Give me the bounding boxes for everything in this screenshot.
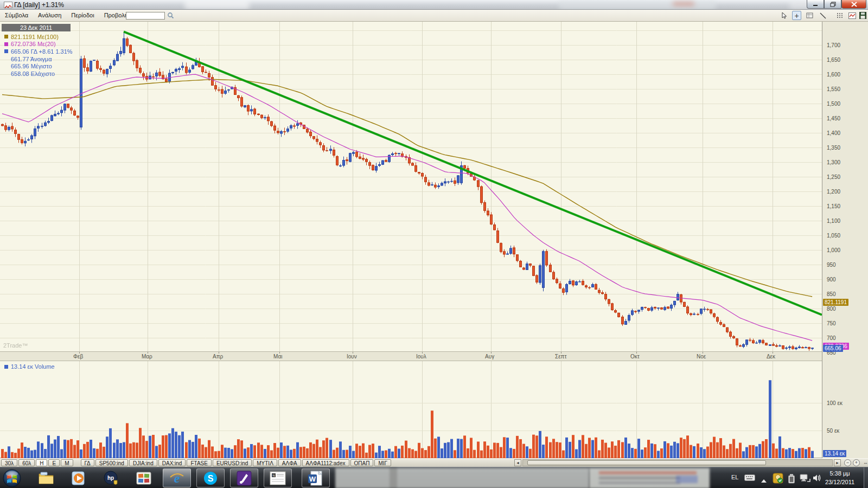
legend-swatch (4, 42, 8, 46)
svg-text:N: N (272, 474, 275, 477)
price-tick-label: 1,400 (827, 130, 840, 136)
menu-item[interactable]: Σύμβολα (0, 10, 33, 22)
symbol-tab[interactable]: ΜΥΤΙΛ (253, 459, 277, 466)
save-icon[interactable] (858, 11, 867, 20)
month-tick (773, 352, 773, 354)
month-label: Ιουν (347, 354, 357, 359)
start-button[interactable] (2, 468, 22, 488)
symbol-search-input[interactable] (126, 12, 165, 20)
menu-item[interactable]: Περίοδοι (66, 10, 99, 22)
scroll-left-button[interactable]: ◄ (514, 459, 521, 466)
window-titlebar[interactable]: ΓΔ [daily] +1.31% (0, 0, 868, 10)
cursor-tool-icon[interactable] (780, 11, 789, 20)
svg-text:hp: hp (107, 475, 114, 481)
tab-list: 30λ60λΗΕΜ ΓΔSP500:indDJIA:indDAX:indFTAS… (1, 459, 391, 466)
word-button[interactable]: W (302, 468, 330, 487)
aero-blur-window (589, 468, 710, 488)
legend-row: 672.0736 Με(20) (4, 41, 73, 48)
symbol-tab[interactable]: ΓΔ (81, 459, 94, 466)
legend-text: 672.0736 Με(20) (11, 41, 56, 47)
legend-text: 661.77 Άνοιγμα (11, 56, 52, 62)
tray-clock[interactable]: 5:38 μμ 23/12/2011 (817, 469, 863, 486)
price-badge: 821.1191 (823, 299, 848, 306)
network-icon[interactable] (800, 474, 810, 485)
price-tick-label: 750 (827, 320, 836, 326)
chart-style-icon[interactable] (847, 11, 857, 20)
price-tick-label: 950 (827, 262, 836, 268)
crosshair-tool-icon[interactable]: + (792, 11, 801, 20)
symbol-tab[interactable]: ΟΠΑΠ (350, 459, 374, 466)
fit-width-button[interactable]: ↔ (861, 459, 868, 466)
legend-row: 665.96 Μέγιστο (4, 62, 73, 70)
dots-tool-icon[interactable] (835, 11, 845, 20)
aero-blur-row (676, 476, 698, 483)
symbol-tab[interactable]: EURUSD:ind (213, 459, 252, 466)
zoom-in-button[interactable]: + (853, 459, 860, 466)
search-icon[interactable] (166, 11, 175, 20)
month-tick (636, 352, 637, 354)
period-tab[interactable]: 30λ (1, 459, 17, 466)
hp-icon[interactable]: hp (103, 470, 119, 486)
candlestick-chart-canvas[interactable] (0, 22, 822, 351)
price-chart-pane[interactable] (0, 22, 822, 351)
period-tab[interactable]: 60λ (18, 459, 35, 466)
symbol-tab[interactable]: DAX:ind (158, 459, 186, 466)
price-axis: 6507007508008509009501,0001,0501,1001,15… (822, 22, 868, 458)
zoom-out-button[interactable]: − (844, 459, 851, 466)
legend-row: 665.06 ΓΔ +8.61 1.31% (4, 48, 73, 55)
volume-tick-label: 50 εκ (827, 428, 839, 434)
minimize-button[interactable] (807, 0, 824, 9)
tab-scrollbar-thumb[interactable] (527, 460, 766, 465)
aero-blur-row (599, 477, 680, 479)
price-tick-label: 1,700 (827, 42, 840, 48)
symbol-tab[interactable]: ΑΛΦΑ (278, 459, 301, 466)
volume-tick-label: 100 εκ (827, 400, 843, 406)
close-button[interactable] (841, 0, 866, 9)
platform-watermark: 2Trade™ (3, 342, 28, 349)
symbol-tab[interactable]: DJIA:ind (129, 459, 157, 466)
tab-scrollbar-track[interactable] (522, 459, 833, 466)
volume-chart-canvas[interactable] (0, 361, 822, 458)
media-player-icon[interactable] (71, 470, 87, 486)
language-indicator[interactable]: EL (731, 474, 738, 480)
skype-button[interactable]: S (196, 468, 225, 487)
volume-legend-swatch (4, 365, 8, 369)
legend-text: 821.1191 Με(100) (11, 34, 59, 40)
price-tick-label: 700 (827, 335, 836, 341)
restore-button[interactable] (824, 0, 841, 9)
period-tab[interactable]: Η (36, 459, 47, 466)
symbol-tab[interactable]: FTASE (187, 459, 211, 466)
price-tick-label: 1,300 (827, 159, 840, 165)
symbol-tab[interactable]: ΜΙΓ (374, 459, 391, 466)
keyboard-icon[interactable] (744, 474, 755, 484)
month-label: Σεπτ (555, 354, 567, 359)
legend-swatch (4, 49, 8, 53)
price-tick-label: 1,250 (827, 174, 840, 180)
price-tick-label: 1,600 (827, 72, 840, 78)
show-desktop-button[interactable] (864, 467, 868, 488)
internet-explorer-button[interactable]: e (163, 468, 191, 487)
legend-row: 658.08 Ελάχιστο (4, 70, 73, 78)
symbol-tab[interactable]: ΑΛΦΑ1112:adex (302, 459, 349, 466)
price-tick-label: 1,000 (827, 247, 840, 253)
menu-item[interactable]: Ανάλυση (33, 10, 66, 22)
battery-icon[interactable] (788, 474, 795, 486)
photo-viewer-icon[interactable] (136, 470, 152, 486)
symbol-tab[interactable]: SP500:ind (95, 459, 128, 466)
grid-tool-icon[interactable] (805, 11, 814, 20)
notes-app-button[interactable]: N (264, 468, 292, 487)
price-tick-label: 850 (827, 291, 836, 297)
volume-pane[interactable] (0, 361, 822, 458)
aero-blur-streak (390, 468, 397, 488)
graphics-app-button[interactable] (230, 468, 258, 487)
trendline-tool-icon[interactable] (818, 11, 827, 20)
security-status-icon[interactable] (773, 473, 783, 486)
period-tab[interactable]: Μ (61, 459, 73, 466)
period-tab[interactable]: Ε (48, 459, 60, 466)
legend-text: 665.06 ΓΔ +8.61 1.31% (11, 48, 73, 55)
month-tick (148, 352, 148, 354)
scroll-right-button[interactable]: ► (834, 459, 841, 466)
show-hidden-icons-button[interactable] (761, 476, 767, 485)
explorer-icon[interactable] (38, 470, 54, 486)
price-tick-label: 1,100 (827, 218, 840, 224)
